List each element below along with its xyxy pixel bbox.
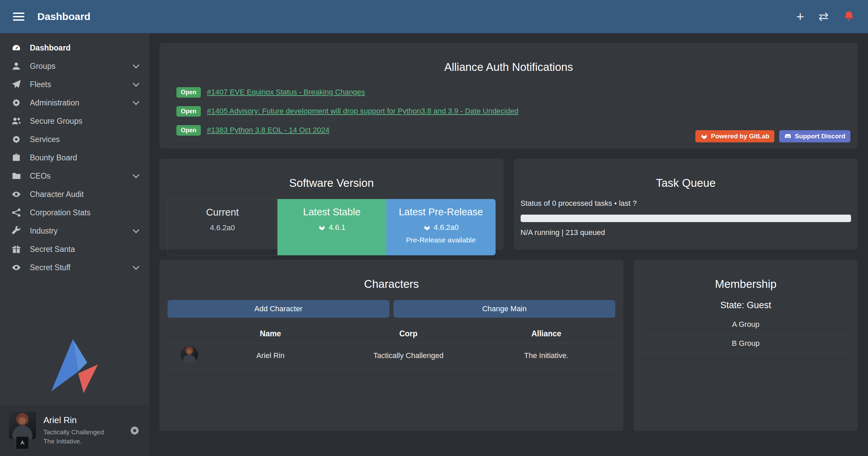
- gitlab-badge-label: Powered by GitLab: [711, 133, 769, 140]
- version-prerelease-label: Latest Pre-Release: [399, 206, 483, 218]
- characters-card: Characters Add Character Change Main Nam…: [159, 260, 623, 431]
- eye-icon: [11, 190, 22, 199]
- task-queue-card: Task Queue Status of 0 processed tasks •…: [514, 159, 858, 250]
- version-current-value: 4.6.2a0: [210, 223, 235, 232]
- user-alliance: The Initiative.: [43, 437, 104, 446]
- sidebar-item-label: Services: [30, 135, 60, 144]
- chevron-down-icon: [133, 62, 139, 68]
- notifications-card: Alliance Auth Notifications Open #1407 E…: [159, 43, 858, 148]
- characters-title: Characters: [159, 269, 623, 291]
- gitlab-icon: [700, 133, 708, 140]
- corp-logo: [16, 436, 29, 449]
- sidebar-item-label: Industry: [30, 226, 58, 236]
- notification-link[interactable]: #1407 EVE Equinox Status - Breaking Chan…: [207, 88, 365, 97]
- user-panel: Ariel Rin Tactically Challenged The Init…: [0, 405, 149, 456]
- version-prerelease-value: 4.6.2a0: [434, 223, 459, 232]
- group-row: B Group: [642, 334, 850, 353]
- main-content: Alliance Auth Notifications Open #1407 E…: [149, 33, 868, 456]
- briefcase-icon: [11, 153, 22, 162]
- sidebar-item-industry[interactable]: Industry: [0, 222, 149, 240]
- version-prerelease-note: Pre-Release available: [406, 236, 476, 244]
- add-character-button[interactable]: Add Character: [168, 300, 389, 318]
- table-header-row: Name Corp Alliance: [168, 325, 615, 343]
- col-header-alliance: Alliance: [477, 329, 615, 338]
- notification-row: Open #1407 EVE Equinox Status - Breaking…: [176, 83, 841, 102]
- plane-icon: [11, 80, 22, 89]
- sidebar-item-label: Groups: [30, 62, 55, 71]
- sidebar-item-label: CEOs: [30, 172, 51, 181]
- user-icon: [11, 61, 22, 71]
- sidebar-item-bounty-board[interactable]: Bounty Board: [0, 148, 149, 167]
- sidebar-item-groups[interactable]: Groups: [0, 57, 149, 75]
- sidebar-item-corporation-stats[interactable]: Corporation Stats: [0, 203, 149, 222]
- sidebar-item-dashboard[interactable]: Dashboard: [0, 39, 149, 57]
- notification-link[interactable]: #1405 Advisory: Future development will …: [207, 107, 518, 116]
- membership-state: State: Guest: [634, 300, 858, 311]
- folder-icon: [11, 171, 22, 181]
- shuffle-icon[interactable]: ⇄: [818, 11, 829, 23]
- menu-toggle-button[interactable]: [13, 9, 28, 24]
- sidebar-item-label: Bounty Board: [30, 153, 77, 162]
- status-badge: Open: [176, 106, 201, 117]
- change-main-button[interactable]: Change Main: [393, 300, 615, 318]
- task-queue-status: Status of 0 processed tasks • last ?: [521, 199, 851, 208]
- user-avatar: [9, 412, 36, 439]
- sidebar-item-character-audit[interactable]: Character Audit: [0, 185, 149, 203]
- characters-table: Name Corp Alliance Ariel Rin Tactically …: [168, 325, 615, 369]
- membership-groups: A Group B Group: [642, 315, 850, 353]
- share-icon: [11, 208, 22, 217]
- character-alliance: The Initiative.: [477, 351, 615, 360]
- task-queue-counts: N/A running | 213 queued: [521, 228, 851, 237]
- software-version-card: Software Version Current 4.6.2a0 Latest …: [159, 159, 504, 250]
- gift-icon: [11, 244, 22, 254]
- sidebar-item-secret-santa[interactable]: Secret Santa: [0, 240, 149, 258]
- membership-title: Membership: [634, 269, 858, 291]
- group-row: A Group: [642, 315, 850, 334]
- task-queue-title: Task Queue: [514, 168, 858, 190]
- gear-icon: [11, 98, 22, 107]
- sidebar-menu: Dashboard Groups Fleets Administration S…: [0, 33, 149, 277]
- gitlab-badge[interactable]: Powered by GitLab: [695, 130, 774, 142]
- version-stable: Latest Stable 4.6.1: [277, 199, 387, 255]
- sidebar-item-secure-groups[interactable]: Secure Groups: [0, 112, 149, 130]
- version-stable-label: Latest Stable: [303, 206, 361, 218]
- notification-link[interactable]: #1383 Python 3.8 EOL - 14 Oct 2024: [207, 126, 329, 135]
- software-version-title: Software Version: [159, 168, 504, 190]
- add-icon[interactable]: +: [796, 10, 804, 23]
- character-name: Ariel Rin: [201, 351, 340, 360]
- user-name: Ariel Rin: [43, 415, 104, 425]
- wrench-icon: [11, 226, 22, 236]
- sidebar-item-label: Character Audit: [30, 190, 84, 199]
- users-icon: [11, 116, 22, 126]
- eye-icon: [11, 263, 22, 272]
- settings-gear-icon[interactable]: [129, 425, 140, 436]
- sidebar-item-label: Administration: [30, 98, 79, 107]
- chevron-down-icon: [133, 80, 139, 87]
- sidebar-item-fleets[interactable]: Fleets: [0, 75, 149, 94]
- character-corp: Tactically Challenged: [340, 351, 478, 360]
- chevron-down-icon: [133, 226, 139, 233]
- discord-badge[interactable]: Support Discord: [779, 130, 850, 142]
- sidebar-item-ceos[interactable]: CEOs: [0, 167, 149, 185]
- status-badge: Open: [176, 125, 201, 136]
- version-prerelease: Latest Pre-Release 4.6.2a0 Pre-Release a…: [386, 199, 496, 255]
- sidebar-item-label: Fleets: [30, 80, 51, 89]
- sidebar: Dashboard Groups Fleets Administration S…: [0, 33, 149, 456]
- version-current: Current 4.6.2a0: [168, 199, 277, 255]
- membership-card: Membership State: Guest A Group B Group: [634, 260, 858, 431]
- navbar-actions: + ⇄: [796, 10, 855, 23]
- sidebar-item-services[interactable]: Services: [0, 130, 149, 148]
- chevron-down-icon: [133, 98, 139, 105]
- sidebar-item-secret-stuff[interactable]: Secret Stuff: [0, 258, 149, 277]
- top-navbar: Dashboard + ⇄: [0, 0, 868, 33]
- table-row: Ariel Rin Tactically Challenged The Init…: [168, 343, 615, 369]
- task-queue-progressbar: [521, 215, 851, 222]
- notification-bell-icon[interactable]: [843, 11, 855, 23]
- sidebar-item-administration[interactable]: Administration: [0, 94, 149, 112]
- gitlab-icon: [318, 224, 326, 231]
- sidebar-item-label: Secure Groups: [30, 117, 82, 126]
- user-corp: Tactically Challenged: [43, 428, 104, 437]
- notifications-title: Alliance Auth Notifications: [159, 52, 858, 74]
- sidebar-item-label: Secret Santa: [30, 245, 75, 254]
- version-current-label: Current: [206, 207, 239, 218]
